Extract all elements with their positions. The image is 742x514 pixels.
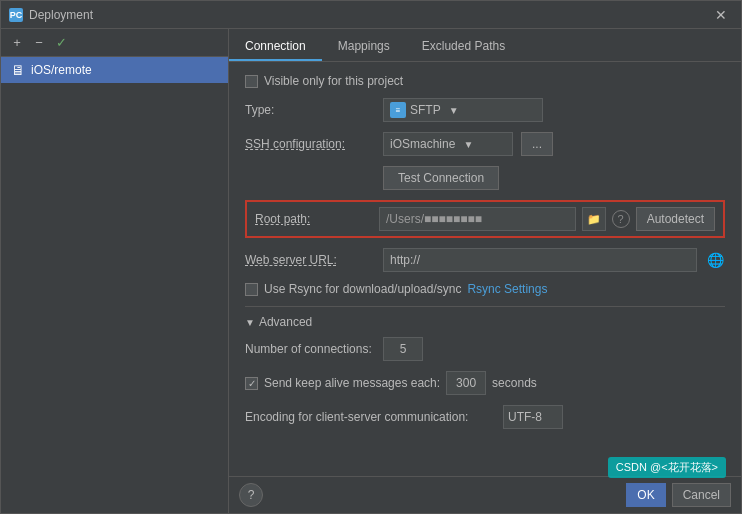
watermark: CSDN @<花开花落>	[608, 457, 726, 478]
server-icon: 🖥	[11, 62, 25, 78]
sidebar: + − ✓ 🖥 iOS/remote	[1, 29, 229, 513]
footer-buttons: OK Cancel	[626, 483, 731, 507]
folder-icon: 📁	[587, 213, 601, 226]
sidebar-item-label: iOS/remote	[31, 63, 92, 77]
web-url-label: Web server URL:	[245, 253, 375, 267]
web-url-row: Web server URL: 🌐	[245, 248, 725, 272]
advanced-label: Advanced	[259, 315, 312, 329]
ssh-row: SSH configuration: iOSmachine ▼ ...	[245, 132, 725, 156]
visible-only-row: Visible only for this project	[245, 74, 725, 88]
sidebar-toolbar: + − ✓	[1, 29, 228, 57]
keepalive-label: Send keep alive messages each:	[264, 376, 440, 390]
test-connection-row: Test Connection	[245, 166, 725, 190]
visible-only-label: Visible only for this project	[264, 74, 403, 88]
connections-label: Number of connections:	[245, 342, 375, 356]
ssh-arrow-icon: ▼	[463, 139, 473, 150]
triangle-icon: ▼	[245, 317, 255, 328]
ssh-select[interactable]: iOSmachine ▼	[383, 132, 513, 156]
keepalive-unit: seconds	[492, 376, 537, 390]
sidebar-item-ios-remote[interactable]: 🖥 iOS/remote	[1, 57, 228, 83]
rsync-settings-link[interactable]: Rsync Settings	[467, 282, 547, 296]
keepalive-input[interactable]	[446, 371, 486, 395]
tab-connection[interactable]: Connection	[229, 33, 322, 61]
encoding-input[interactable]	[503, 405, 563, 429]
ok-button[interactable]: OK	[626, 483, 665, 507]
type-arrow-icon: ▼	[449, 105, 459, 116]
tab-bar: Connection Mappings Excluded Paths	[229, 29, 741, 62]
close-button[interactable]: ✕	[709, 5, 733, 25]
deployment-window: PC Deployment ✕ + − ✓ 🖥 iOS/remote Conne…	[0, 0, 742, 514]
root-path-row: Root path: 📁 ? Autodetect	[245, 200, 725, 238]
advanced-toggle[interactable]: ▼ Advanced	[245, 315, 725, 329]
tab-excluded-paths[interactable]: Excluded Paths	[406, 33, 521, 61]
encoding-row: Encoding for client-server communication…	[245, 405, 725, 429]
content-area: + − ✓ 🖥 iOS/remote Connection Mappings E…	[1, 29, 741, 513]
title-bar-left: PC Deployment	[9, 8, 93, 22]
window-title: Deployment	[29, 8, 93, 22]
section-divider	[245, 306, 725, 307]
cancel-button[interactable]: Cancel	[672, 483, 731, 507]
advanced-section: ▼ Advanced Number of connections: Send k…	[245, 315, 725, 429]
help-button[interactable]: ?	[239, 483, 263, 507]
test-connection-button[interactable]: Test Connection	[383, 166, 499, 190]
root-path-label: Root path:	[255, 212, 373, 226]
sftp-icon: ≡	[390, 102, 406, 118]
type-label: Type:	[245, 103, 375, 117]
help-icon[interactable]: ?	[612, 210, 630, 228]
ssh-dots-button[interactable]: ...	[521, 132, 553, 156]
keepalive-checkbox[interactable]	[245, 377, 258, 390]
folder-browse-button[interactable]: 📁	[582, 207, 606, 231]
root-path-input[interactable]	[379, 207, 576, 231]
title-bar: PC Deployment ✕	[1, 1, 741, 29]
app-icon: PC	[9, 8, 23, 22]
type-select[interactable]: ≡ SFTP ▼	[383, 98, 543, 122]
autodetect-button[interactable]: Autodetect	[636, 207, 715, 231]
add-server-button[interactable]: +	[7, 33, 27, 53]
keepalive-row: Send keep alive messages each: seconds	[245, 371, 725, 395]
rsync-checkbox[interactable]	[245, 283, 258, 296]
ssh-value: iOSmachine	[390, 137, 455, 151]
encoding-label: Encoding for client-server communication…	[245, 410, 495, 424]
rsync-label: Use Rsync for download/upload/sync	[264, 282, 461, 296]
form-area: Visible only for this project Type: ≡ SF…	[229, 62, 741, 476]
remove-server-button[interactable]: −	[29, 33, 49, 53]
globe-icon: 🌐	[707, 252, 724, 268]
footer: ? OK Cancel	[229, 476, 741, 513]
main-panel: Connection Mappings Excluded Paths Visib…	[229, 29, 741, 513]
type-value: SFTP	[410, 103, 441, 117]
ssh-label: SSH configuration:	[245, 137, 375, 151]
tab-mappings[interactable]: Mappings	[322, 33, 406, 61]
visible-only-checkbox[interactable]	[245, 75, 258, 88]
rsync-row: Use Rsync for download/upload/sync Rsync…	[245, 282, 725, 296]
confirm-button[interactable]: ✓	[51, 33, 71, 53]
connections-input[interactable]	[383, 337, 423, 361]
connections-row: Number of connections:	[245, 337, 725, 361]
web-url-input[interactable]	[383, 248, 697, 272]
type-row: Type: ≡ SFTP ▼	[245, 98, 725, 122]
